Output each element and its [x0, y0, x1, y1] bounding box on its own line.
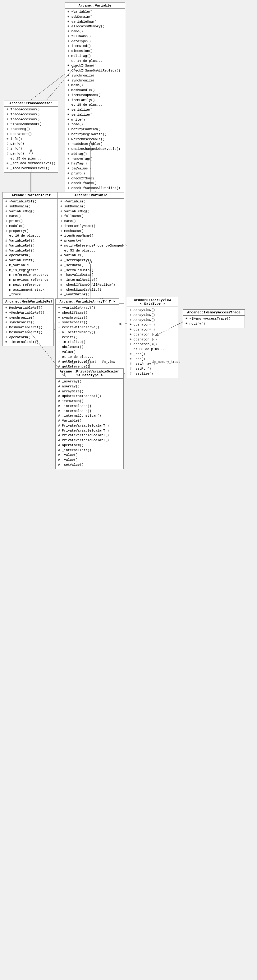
box-title-variable-top: Arcane::Variable [65, 3, 125, 9]
item: + onSizeChangedObservable() [67, 147, 122, 152]
item: # asArray() [58, 384, 121, 389]
item: + meshHandle() [67, 88, 122, 93]
box-title-memory-access-trace: Arcane::IMemoryAccessTrace [183, 310, 244, 316]
label-m-private-part: #m_private_part [68, 360, 96, 363]
item: - m_is_registered [5, 268, 57, 273]
item: + write() [67, 118, 122, 123]
item: + variableMng() [60, 209, 122, 214]
item: + ~VariableRef() [5, 199, 57, 204]
item: # _internalSpan() [58, 404, 121, 409]
item: + tagValue() [67, 166, 122, 171]
box-title-mesh-variable-ref: Arcane::MeshVariableRef [3, 299, 54, 305]
item: + readObservable() [67, 142, 122, 147]
item: - m_assignment_stack [5, 288, 57, 293]
item: # _setData() [60, 263, 122, 268]
item: # _internalConstSpan() [58, 414, 121, 418]
item: # _ptr() [130, 352, 175, 357]
item: + notifyEndRead() [67, 127, 122, 132]
item: + operator=() [6, 132, 55, 137]
item: # VariableRef() [5, 248, 57, 253]
item: # _checkSwapIsValid() [60, 288, 122, 293]
item: + writeObservable() [67, 137, 122, 142]
item: et 19 de plus... [58, 355, 116, 360]
item: + ~TraceAccessor() [6, 122, 55, 127]
item: + MeshVariableRef() [5, 330, 51, 335]
item: + subDomain() [60, 204, 122, 209]
item: et 14 de plus... [67, 59, 122, 64]
item: + operator=() [130, 322, 175, 328]
item: + ~Variable() [67, 10, 122, 14]
item: et 15 de plus... [67, 103, 122, 108]
item: - m_variable [5, 263, 57, 268]
box-arcane-variable-mid: Arcane::Variable + ~Variable() + subDoma… [57, 192, 124, 304]
item: # _internalInit() [58, 448, 121, 453]
item: # VariableRef() [5, 239, 57, 243]
item: - m_reference_property [5, 273, 57, 278]
item: # _value() [58, 453, 121, 458]
item: + checkIfSync() [67, 176, 122, 181]
item: + resize() [58, 335, 116, 340]
item: + traceMng() [6, 127, 55, 132]
box-title-private-variable-scalar: Arcane::PrivateVariableScalarT< DataType… [56, 369, 124, 379]
item: + operator[]() [130, 337, 175, 342]
box-title-variable-array: Arcane::VariableArrayT< T > [56, 299, 119, 305]
item: + itemGroupName() [67, 93, 122, 98]
item: # itemGroup() [58, 399, 121, 404]
item: + itemKind() [67, 44, 122, 49]
item: + TraceAccessor() [6, 117, 55, 122]
item: + ~IMemoryAccessTrace() [186, 317, 242, 321]
item: # operator=() [58, 443, 121, 448]
section-trace-accessor-methods: + TraceAccessor() + TraceAccessor() + Tr… [4, 107, 58, 172]
item: _trace [5, 292, 57, 297]
item: + variableMng() [67, 19, 122, 25]
item: + synchronize() [5, 320, 51, 325]
item: # _value() [58, 458, 121, 463]
item: + dataType() [67, 39, 122, 44]
item: # _internalSpan() [58, 409, 121, 414]
item: + name() [5, 214, 57, 219]
item: + TraceAccessor() [6, 107, 55, 112]
item: + checkIfSame() [58, 310, 116, 316]
item: + read() [67, 122, 122, 127]
item: + checkIfSame() [67, 181, 122, 186]
section-memory-access-trace-methods: + ~IMemoryAccessTrace() + notify() [183, 316, 244, 328]
item: + mesh() [67, 83, 122, 88]
item: + itemGroupName() [60, 234, 122, 239]
item: + ArrayView() [130, 313, 175, 318]
diagram-container: Arcane::Variable + ~Variable() + subDoma… [0, 0, 257, 980]
item: + synchronize() [58, 316, 116, 321]
item: + ~MeshVariableRef() [5, 310, 51, 316]
item: + module() [5, 224, 57, 229]
item: + synchronize() [67, 78, 122, 83]
section-array-view-methods: + ArrayView() + ArrayView() + ArrayView(… [127, 307, 178, 378]
item: + variableMng() [5, 209, 57, 214]
item: + MeshVariableRef() [5, 325, 51, 330]
item: + addTag() [67, 152, 122, 157]
item: # _setValidData() [60, 268, 122, 273]
item: # PrivateVariableScalarT() [58, 433, 121, 438]
item: + hasTag() [67, 161, 122, 166]
item: + value() [58, 350, 116, 355]
item: # _asArray() [58, 379, 121, 384]
item: # VariableRef() [5, 258, 57, 263]
item: + meshName() [60, 229, 122, 234]
item: + print() [5, 219, 57, 224]
item: + ArrayView() [130, 308, 175, 313]
item: + MeshVariableRef() [5, 305, 51, 310]
item: et 53 de plus... [60, 248, 122, 253]
item: # _setSize() [130, 372, 175, 377]
item: # _checkIfSameOnAllReplica() [60, 283, 122, 288]
item: # _internalResize() [60, 278, 122, 283]
item: + checkIfSameOnAllReplica() [67, 68, 122, 73]
label-m-view: #m_view [102, 360, 115, 363]
item: # PrivateVariableScalarT() [58, 438, 121, 443]
box-title-variable-mid: Arcane::Variable [58, 192, 124, 198]
item: + operator[]() [130, 332, 175, 337]
item: + operator=() [130, 328, 175, 332]
item: + property() [5, 229, 57, 234]
item: + name() [67, 29, 122, 34]
item: + subDomain() [5, 204, 57, 209]
item: # _hasValidData() [60, 273, 122, 278]
item: + operator=() [5, 335, 51, 340]
item: + TraceAccessor() [6, 112, 55, 117]
